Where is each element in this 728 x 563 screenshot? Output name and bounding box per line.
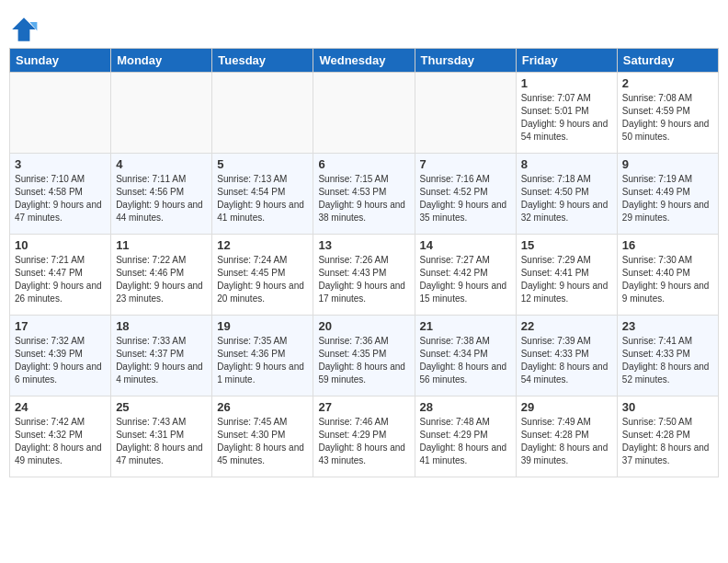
day-number: 27	[318, 400, 409, 414]
calendar-cell: 17Sunrise: 7:32 AM Sunset: 4:39 PM Dayli…	[10, 316, 111, 396]
day-number: 8	[521, 157, 612, 171]
calendar-cell: 14Sunrise: 7:27 AM Sunset: 4:42 PM Dayli…	[415, 235, 516, 316]
column-header-wednesday: Wednesday	[313, 49, 415, 73]
calendar-week-3: 17Sunrise: 7:32 AM Sunset: 4:39 PM Dayli…	[10, 316, 719, 396]
day-number: 7	[420, 157, 511, 171]
calendar-cell: 25Sunrise: 7:43 AM Sunset: 4:31 PM Dayli…	[111, 396, 212, 477]
day-detail: Sunrise: 7:39 AM Sunset: 4:33 PM Dayligh…	[521, 335, 612, 386]
day-number: 17	[15, 319, 106, 333]
day-detail: Sunrise: 7:07 AM Sunset: 5:01 PM Dayligh…	[521, 92, 612, 144]
day-detail: Sunrise: 7:30 AM Sunset: 4:40 PM Dayligh…	[622, 254, 713, 305]
column-header-monday: Monday	[111, 49, 212, 73]
day-detail: Sunrise: 7:11 AM Sunset: 4:56 PM Dayligh…	[116, 173, 207, 224]
day-number: 5	[217, 157, 308, 171]
calendar-cell: 21Sunrise: 7:38 AM Sunset: 4:34 PM Dayli…	[415, 316, 516, 396]
calendar-cell: 15Sunrise: 7:29 AM Sunset: 4:41 PM Dayli…	[516, 235, 617, 316]
calendar-cell	[313, 73, 415, 154]
day-number: 4	[116, 157, 207, 171]
day-detail: Sunrise: 7:29 AM Sunset: 4:41 PM Dayligh…	[521, 254, 612, 305]
column-header-thursday: Thursday	[415, 49, 516, 73]
column-header-saturday: Saturday	[617, 49, 718, 73]
calendar-week-2: 10Sunrise: 7:21 AM Sunset: 4:47 PM Dayli…	[10, 235, 719, 316]
calendar-cell: 16Sunrise: 7:30 AM Sunset: 4:40 PM Dayli…	[617, 235, 718, 316]
calendar-cell: 8Sunrise: 7:18 AM Sunset: 4:50 PM Daylig…	[516, 154, 617, 235]
column-header-friday: Friday	[516, 49, 617, 73]
calendar-week-1: 3Sunrise: 7:10 AM Sunset: 4:58 PM Daylig…	[10, 154, 719, 235]
day-number: 28	[420, 400, 511, 414]
day-detail: Sunrise: 7:42 AM Sunset: 4:32 PM Dayligh…	[15, 416, 106, 467]
calendar-cell: 1Sunrise: 7:07 AM Sunset: 5:01 PM Daylig…	[516, 73, 617, 154]
calendar-body: 1Sunrise: 7:07 AM Sunset: 5:01 PM Daylig…	[10, 73, 719, 477]
day-number: 2	[622, 76, 713, 90]
day-detail: Sunrise: 7:49 AM Sunset: 4:28 PM Dayligh…	[521, 416, 612, 467]
day-detail: Sunrise: 7:27 AM Sunset: 4:42 PM Dayligh…	[420, 254, 511, 305]
calendar-cell	[415, 73, 516, 154]
day-number: 13	[318, 238, 409, 252]
calendar-cell: 7Sunrise: 7:16 AM Sunset: 4:52 PM Daylig…	[415, 154, 516, 235]
logo-icon	[9, 15, 39, 44]
day-number: 1	[521, 76, 612, 90]
calendar-cell: 18Sunrise: 7:33 AM Sunset: 4:37 PM Dayli…	[111, 316, 212, 396]
day-detail: Sunrise: 7:19 AM Sunset: 4:49 PM Dayligh…	[622, 173, 713, 224]
day-detail: Sunrise: 7:32 AM Sunset: 4:39 PM Dayligh…	[15, 335, 106, 386]
calendar-table: SundayMondayTuesdayWednesdayThursdayFrid…	[9, 48, 719, 477]
calendar-cell: 4Sunrise: 7:11 AM Sunset: 4:56 PM Daylig…	[111, 154, 212, 235]
calendar-cell: 9Sunrise: 7:19 AM Sunset: 4:49 PM Daylig…	[617, 154, 718, 235]
calendar-cell: 6Sunrise: 7:15 AM Sunset: 4:53 PM Daylig…	[313, 154, 415, 235]
day-detail: Sunrise: 7:35 AM Sunset: 4:36 PM Dayligh…	[217, 335, 308, 386]
calendar-cell	[212, 73, 313, 154]
column-header-sunday: Sunday	[10, 49, 111, 73]
calendar-cell	[10, 73, 111, 154]
day-number: 3	[15, 157, 106, 171]
logo	[9, 15, 42, 44]
day-number: 26	[217, 400, 308, 414]
day-number: 30	[622, 400, 713, 414]
day-detail: Sunrise: 7:26 AM Sunset: 4:43 PM Dayligh…	[318, 254, 409, 305]
day-detail: Sunrise: 7:10 AM Sunset: 4:58 PM Dayligh…	[15, 173, 106, 224]
day-number: 29	[521, 400, 612, 414]
calendar-cell: 2Sunrise: 7:08 AM Sunset: 4:59 PM Daylig…	[617, 73, 718, 154]
day-number: 6	[318, 157, 409, 171]
calendar-cell: 27Sunrise: 7:46 AM Sunset: 4:29 PM Dayli…	[313, 396, 415, 477]
day-detail: Sunrise: 7:16 AM Sunset: 4:52 PM Dayligh…	[420, 173, 511, 224]
day-number: 21	[420, 319, 511, 333]
calendar-cell: 12Sunrise: 7:24 AM Sunset: 4:45 PM Dayli…	[212, 235, 313, 316]
day-number: 14	[420, 238, 511, 252]
day-number: 20	[318, 319, 409, 333]
day-detail: Sunrise: 7:43 AM Sunset: 4:31 PM Dayligh…	[116, 416, 207, 467]
calendar-week-4: 24Sunrise: 7:42 AM Sunset: 4:32 PM Dayli…	[10, 396, 719, 477]
day-number: 22	[521, 319, 612, 333]
calendar-cell: 5Sunrise: 7:13 AM Sunset: 4:54 PM Daylig…	[212, 154, 313, 235]
svg-marker-0	[12, 17, 36, 41]
day-detail: Sunrise: 7:45 AM Sunset: 4:30 PM Dayligh…	[217, 416, 308, 467]
day-number: 11	[116, 238, 207, 252]
day-number: 10	[15, 238, 106, 252]
calendar-cell: 24Sunrise: 7:42 AM Sunset: 4:32 PM Dayli…	[10, 396, 111, 477]
calendar-cell: 10Sunrise: 7:21 AM Sunset: 4:47 PM Dayli…	[10, 235, 111, 316]
calendar-week-0: 1Sunrise: 7:07 AM Sunset: 5:01 PM Daylig…	[10, 73, 719, 154]
day-detail: Sunrise: 7:24 AM Sunset: 4:45 PM Dayligh…	[217, 254, 308, 305]
day-number: 23	[622, 319, 713, 333]
day-detail: Sunrise: 7:08 AM Sunset: 4:59 PM Dayligh…	[622, 92, 713, 144]
calendar-cell: 26Sunrise: 7:45 AM Sunset: 4:30 PM Dayli…	[212, 396, 313, 477]
day-detail: Sunrise: 7:41 AM Sunset: 4:33 PM Dayligh…	[622, 335, 713, 386]
day-detail: Sunrise: 7:13 AM Sunset: 4:54 PM Dayligh…	[217, 173, 308, 224]
calendar-cell: 20Sunrise: 7:36 AM Sunset: 4:35 PM Dayli…	[313, 316, 415, 396]
day-detail: Sunrise: 7:46 AM Sunset: 4:29 PM Dayligh…	[318, 416, 409, 467]
calendar-cell: 28Sunrise: 7:48 AM Sunset: 4:29 PM Dayli…	[415, 396, 516, 477]
day-detail: Sunrise: 7:21 AM Sunset: 4:47 PM Dayligh…	[15, 254, 106, 305]
day-number: 24	[15, 400, 106, 414]
day-number: 15	[521, 238, 612, 252]
day-number: 9	[622, 157, 713, 171]
calendar-cell	[111, 73, 212, 154]
day-detail: Sunrise: 7:36 AM Sunset: 4:35 PM Dayligh…	[318, 335, 409, 386]
day-detail: Sunrise: 7:15 AM Sunset: 4:53 PM Dayligh…	[318, 173, 409, 224]
day-detail: Sunrise: 7:18 AM Sunset: 4:50 PM Dayligh…	[521, 173, 612, 224]
column-header-tuesday: Tuesday	[212, 49, 313, 73]
calendar-cell: 22Sunrise: 7:39 AM Sunset: 4:33 PM Dayli…	[516, 316, 617, 396]
day-detail: Sunrise: 7:50 AM Sunset: 4:28 PM Dayligh…	[622, 416, 713, 467]
day-detail: Sunrise: 7:33 AM Sunset: 4:37 PM Dayligh…	[116, 335, 207, 386]
calendar-header-row: SundayMondayTuesdayWednesdayThursdayFrid…	[10, 49, 719, 73]
day-number: 25	[116, 400, 207, 414]
day-detail: Sunrise: 7:22 AM Sunset: 4:46 PM Dayligh…	[116, 254, 207, 305]
